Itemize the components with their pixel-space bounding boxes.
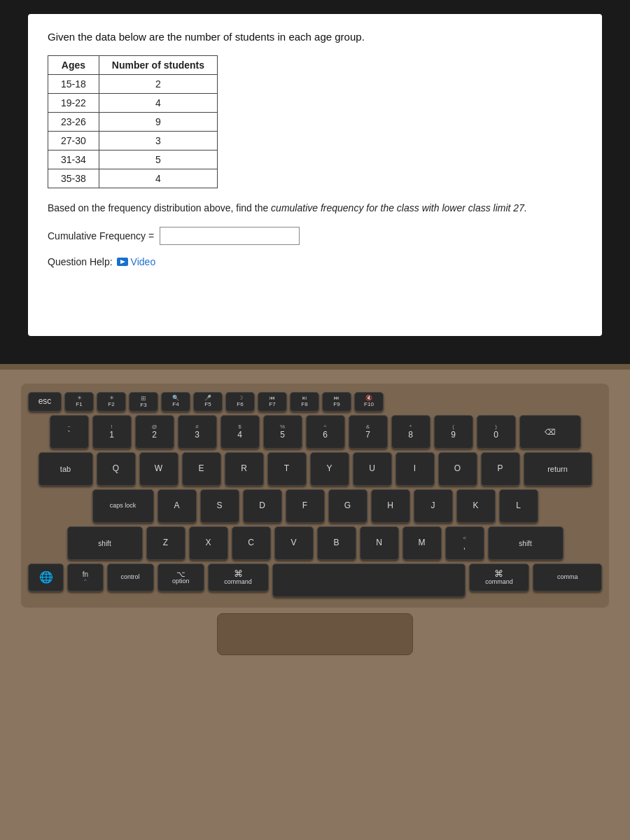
key-backspace[interactable]: ⌫ — [519, 415, 581, 449]
key-space[interactable] — [272, 564, 465, 597]
key-1[interactable]: !1 — [92, 415, 132, 449]
key-i[interactable]: I — [396, 452, 435, 486]
key-t[interactable]: T — [267, 452, 307, 486]
question-help: Question Help: Video — [48, 256, 582, 267]
video-button[interactable]: Video — [117, 256, 156, 267]
key-8[interactable]: *8 — [391, 415, 430, 449]
key-h[interactable]: H — [371, 489, 410, 523]
key-w[interactable]: W — [139, 452, 178, 486]
key-e[interactable]: E — [182, 452, 221, 486]
bottom-row: 🌐 fn ^ control ⌥ option ⌘ command ⌘ comm… — [28, 564, 602, 597]
laptop-body: esc ☀F1 ☀F2 ⊞F3 🔍F4 🎤F5 ☽F6 ⏮F7 — [0, 364, 630, 840]
key-5[interactable]: %5 — [263, 415, 302, 449]
keyboard: esc ☀F1 ☀F2 ⊞F3 🔍F4 🎤F5 ☽F6 ⏮F7 — [21, 384, 609, 608]
key-f4[interactable]: 🔍F4 — [161, 392, 190, 412]
key-f2[interactable]: ☀F2 — [97, 392, 126, 412]
key-9[interactable]: (9 — [434, 415, 473, 449]
key-c[interactable]: C — [232, 526, 271, 560]
key-comma-right[interactable]: comma — [533, 564, 602, 592]
screen-content: Given the data below are the number of s… — [28, 14, 602, 336]
key-b[interactable]: B — [317, 526, 356, 560]
key-o[interactable]: O — [438, 452, 477, 486]
key-f7[interactable]: ⏮F7 — [258, 392, 287, 412]
key-d[interactable]: D — [243, 489, 282, 523]
key-p[interactable]: P — [481, 452, 520, 486]
key-r[interactable]: R — [225, 452, 264, 486]
key-v[interactable]: V — [274, 526, 314, 560]
key-f1[interactable]: ☀F1 — [64, 392, 94, 412]
table-cell-age: 15-18 — [48, 75, 99, 94]
question-text: Based on the frequency distribution abov… — [48, 201, 552, 216]
key-2[interactable]: @2 — [135, 415, 174, 449]
key-control[interactable]: control — [107, 564, 154, 592]
key-3[interactable]: #3 — [178, 415, 217, 449]
key-j[interactable]: J — [414, 489, 453, 523]
table-cell-count: 5 — [99, 150, 217, 169]
cumulative-frequency-row: Cumulative Frequency = — [48, 227, 582, 245]
cum-freq-input[interactable] — [160, 227, 300, 245]
table-cell-count: 2 — [99, 75, 217, 94]
key-return[interactable]: return — [524, 452, 592, 486]
asdf-row: caps lock A S D F G H J K L — [28, 489, 602, 523]
table-cell-count: 4 — [99, 94, 217, 113]
trackpad[interactable] — [217, 613, 413, 655]
key-shift-left[interactable]: shift — [67, 526, 143, 560]
key-fn[interactable]: fn ^ — [67, 564, 103, 592]
col1-header: Ages — [48, 56, 99, 75]
key-f8[interactable]: ⏯F8 — [290, 392, 319, 412]
key-tab[interactable]: tab — [38, 452, 93, 486]
key-y[interactable]: Y — [310, 452, 349, 486]
key-l[interactable]: L — [499, 489, 538, 523]
key-esc[interactable]: esc — [28, 392, 62, 412]
cum-freq-label: Cumulative Frequency = — [48, 230, 154, 241]
key-globe[interactable]: 🌐 — [28, 564, 64, 592]
key-f[interactable]: F — [286, 489, 325, 523]
key-7[interactable]: &7 — [349, 415, 388, 449]
table-cell-age: 35-38 — [48, 169, 99, 188]
data-table: Ages Number of students 15-18219-22423-2… — [48, 55, 218, 188]
table-cell-age: 27-30 — [48, 132, 99, 150]
key-6[interactable]: ^6 — [306, 415, 345, 449]
key-z[interactable]: Z — [146, 526, 186, 560]
key-a[interactable]: A — [158, 489, 197, 523]
key-q[interactable]: Q — [97, 452, 136, 486]
qwerty-row: tab Q W E R T Y U I O P return — [28, 452, 602, 486]
key-x[interactable]: X — [189, 526, 228, 560]
key-shift-right[interactable]: shift — [488, 526, 564, 560]
key-k[interactable]: K — [456, 489, 496, 523]
video-icon — [117, 258, 128, 266]
table-cell-age: 19-22 — [48, 94, 99, 113]
key-backtick[interactable]: ~` — [50, 415, 89, 449]
key-command-right[interactable]: ⌘ command — [469, 564, 530, 592]
key-u[interactable]: U — [353, 452, 392, 486]
key-f5[interactable]: 🎤F5 — [193, 392, 223, 412]
number-key-row: ~` !1 @2 #3 $4 %5 ^6 &7 — [28, 415, 602, 449]
key-0[interactable]: )0 — [477, 415, 516, 449]
col2-header: Number of students — [99, 56, 217, 75]
key-4[interactable]: $4 — [220, 415, 260, 449]
key-m[interactable]: M — [402, 526, 442, 560]
table-cell-age: 23-26 — [48, 113, 99, 132]
key-caps-lock[interactable]: caps lock — [92, 489, 154, 523]
key-f3[interactable]: ⊞F3 — [129, 392, 158, 412]
laptop-screen: Given the data below are the number of s… — [0, 0, 630, 364]
table-cell-count: 4 — [99, 169, 217, 188]
table-cell-count: 9 — [99, 113, 217, 132]
key-less-than[interactable]: < , — [445, 526, 484, 560]
key-f9[interactable]: ⏭F9 — [322, 392, 351, 412]
video-label: Video — [131, 256, 156, 267]
zxcv-row: shift Z X C V B N M < , shift — [28, 526, 602, 560]
key-g[interactable]: G — [328, 489, 368, 523]
key-s[interactable]: S — [200, 489, 239, 523]
key-command-left[interactable]: ⌘ command — [208, 564, 269, 592]
key-option[interactable]: ⌥ option — [158, 564, 204, 592]
key-n[interactable]: N — [360, 526, 399, 560]
key-f10[interactable]: 🔇F10 — [354, 392, 384, 412]
problem-title: Given the data below are the number of s… — [48, 31, 582, 43]
table-cell-count: 3 — [99, 132, 217, 150]
question-help-label: Question Help: — [48, 256, 113, 267]
key-f6[interactable]: ☽F6 — [225, 392, 255, 412]
fn-key-row: esc ☀F1 ☀F2 ⊞F3 🔍F4 🎤F5 ☽F6 ⏮F7 — [28, 392, 602, 412]
table-cell-age: 31-34 — [48, 150, 99, 169]
